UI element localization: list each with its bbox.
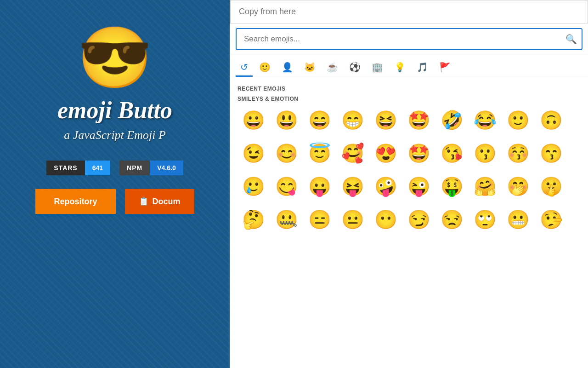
search-input[interactable]	[236, 28, 582, 50]
emoji-smile[interactable]: 😄	[304, 104, 336, 136]
npm-stat: NPM V4.6.0	[119, 161, 183, 175]
tab-travel[interactable]: 🏢	[367, 59, 388, 77]
emoji-halo[interactable]: 😇	[304, 137, 336, 169]
emoji-grimacing[interactable]: 😬	[502, 203, 534, 236]
tab-people[interactable]: 👤	[277, 59, 298, 77]
left-panel: 😎 emoji Butto a JavaScript Emoji P STARS…	[0, 0, 230, 368]
tab-objects[interactable]: 💡	[390, 59, 410, 77]
emoji-laughing[interactable]: 😆	[370, 104, 402, 136]
category-tabs: ↺ 🙂 👤 🐱 ☕ ⚽ 🏢 💡 🎵 🚩	[230, 55, 588, 77]
emoji-no-mouth[interactable]: 😶	[370, 203, 402, 236]
emoji-unamused[interactable]: 😒	[436, 203, 468, 236]
emoji-star-struck[interactable]: 🤩	[403, 137, 435, 169]
emoji-blush[interactable]: 😊	[271, 137, 303, 169]
emoji-thinking[interactable]: 🤔	[237, 203, 270, 236]
emoji-hand-mouth[interactable]: 🤭	[502, 170, 534, 202]
smileys-section-label: SMILEYS & EMOTION	[237, 96, 581, 102]
stars-value: 641	[85, 161, 110, 175]
emoji-neutral[interactable]: 😐	[337, 203, 369, 236]
emoji-squinting-tongue[interactable]: 😝	[337, 170, 369, 202]
emoji-section: RECENT EMOJIS SMILEYS & EMOTION 😀 😃 😄 😁 …	[230, 77, 588, 368]
emoji-shushing[interactable]: 🤫	[535, 170, 567, 202]
emoji-wink[interactable]: 😉	[237, 137, 270, 169]
stars-label: STARS	[46, 161, 85, 175]
emoji-kissing-smiling[interactable]: 😙	[535, 137, 567, 169]
smileys-grid: 😀 😃 😄 😁 😆 🤩 🤣 😂 🙂 🙃 😉 😊 😇 🥰 😍 🤩 😘 😗 😚 😙 …	[237, 104, 581, 236]
doc-icon: 📋	[139, 196, 149, 207]
emoji-tear[interactable]: 🥲	[237, 170, 270, 202]
emoji-heart-eyes[interactable]: 😍	[370, 137, 402, 169]
emoji-beaming[interactable]: 😁	[337, 104, 369, 136]
tab-smileys[interactable]: 🙂	[254, 59, 275, 77]
npm-value: V4.6.0	[150, 161, 183, 175]
stars-stat: STARS 641	[46, 161, 110, 175]
emoji-zany[interactable]: 🤪	[370, 170, 402, 202]
tab-symbols[interactable]: 🎵	[412, 59, 433, 77]
hero-emoji: 😎	[78, 28, 152, 87]
emoji-grinning[interactable]: 😀	[237, 104, 270, 136]
emoji-upside-down[interactable]: 🙃	[535, 104, 567, 136]
stats-row: STARS 641 NPM V4.6.0	[46, 161, 183, 175]
tab-sports[interactable]: ⚽	[345, 59, 365, 77]
emoji-smiley[interactable]: 😃	[271, 104, 303, 136]
emoji-slightly-smiling[interactable]: 🙂	[502, 104, 534, 136]
emoji-money-mouth[interactable]: 🤑	[436, 170, 468, 202]
documentation-button[interactable]: 📋 Docum	[125, 189, 194, 214]
search-icon: 🔍	[565, 34, 577, 45]
emoji-roll-eyes[interactable]: 🙄	[469, 203, 501, 236]
emoji-lying[interactable]: 🤥	[535, 203, 567, 236]
tab-animals[interactable]: 🐱	[300, 59, 320, 77]
recent-section-label: RECENT EMOJIS	[237, 86, 581, 92]
copy-input[interactable]	[230, 0, 588, 23]
emoji-picker-panel: 🔍 ↺ 🙂 👤 🐱 ☕ ⚽ 🏢 💡 🎵 🚩 RECENT EMOJIS SMIL…	[230, 0, 588, 368]
emoji-winking-tongue[interactable]: 😜	[403, 170, 435, 202]
tab-recent[interactable]: ↺	[236, 59, 253, 77]
emoji-joy[interactable]: 😂	[469, 104, 501, 136]
repository-button[interactable]: Repository	[35, 189, 115, 214]
emoji-expressionless[interactable]: 😑	[304, 203, 336, 236]
emoji-hearts[interactable]: 🥰	[337, 137, 369, 169]
tab-food[interactable]: ☕	[322, 59, 343, 77]
emoji-smirk[interactable]: 😏	[403, 203, 435, 236]
doc-label: Docum	[153, 197, 181, 207]
action-buttons: Repository 📋 Docum	[35, 189, 194, 214]
emoji-yum[interactable]: 😋	[271, 170, 303, 202]
emoji-kissing-heart[interactable]: 😘	[436, 137, 468, 169]
npm-label: NPM	[119, 161, 150, 175]
app-title: emoji Butto	[0, 97, 230, 124]
emoji-hugging[interactable]: 🤗	[469, 170, 501, 202]
emoji-sweat-smile[interactable]: 🤩	[403, 104, 435, 136]
emoji-stuck-out-tongue[interactable]: 😛	[304, 170, 336, 202]
emoji-kissing-closed[interactable]: 😚	[502, 137, 534, 169]
emoji-rofl[interactable]: 🤣	[436, 104, 468, 136]
tab-flags[interactable]: 🚩	[435, 59, 455, 77]
emoji-kissing[interactable]: 😗	[469, 137, 501, 169]
search-container: 🔍	[230, 23, 588, 55]
emoji-zipper-mouth[interactable]: 🤐	[271, 203, 303, 236]
app-subtitle: a JavaScript Emoji P	[0, 128, 230, 142]
